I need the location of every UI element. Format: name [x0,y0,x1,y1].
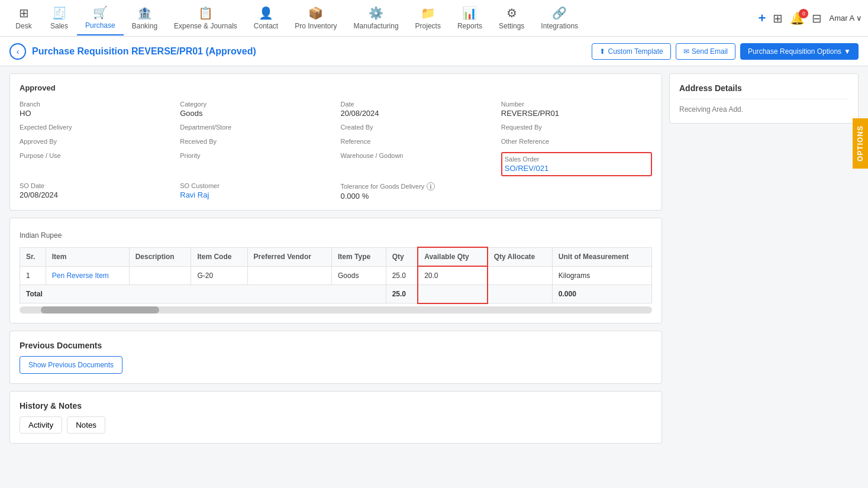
requested-by-label: Requested By [501,124,652,131]
manufacturing-icon: ⚙️ [369,6,383,20]
cell-item-type: Goods [332,266,386,285]
category-value: Goods [180,109,331,118]
topnav-right: + ⊞ 🔔 0 ⊟ Amar A ∨ [759,11,862,26]
address-card: Address Details Receiving Area Add. [669,73,859,124]
nav-settings[interactable]: ⚙ Settings [491,1,533,35]
custom-template-button[interactable]: ⬆ Custom Template [592,43,670,60]
purchase-icon: 🛒 [93,5,108,20]
form-grid: Branch HO Category Goods Date 20/08/2024… [20,101,652,201]
grid-button[interactable]: ⊞ [773,11,783,25]
total-extra: 0.000 [552,285,651,303]
table-header-row: Sr. Item Description Item Code Preferred… [20,247,652,266]
nav-contact[interactable]: 👤 Contact [246,1,286,35]
category-label: Category [180,101,331,108]
expected-delivery-label: Expected Delivery [20,124,170,131]
send-email-button[interactable]: ✉ Send Email [676,43,735,60]
nav-integrations[interactable]: 🔗 Integrations [533,1,586,35]
created-by-label: Created By [341,124,492,131]
history-btn-2[interactable]: Notes [67,416,105,434]
department-store-field: Department/Store [180,124,331,132]
subheader: ‹ Purchase Requisition REVERSE/PR01 (App… [0,37,868,66]
cell-sr: 1 [20,266,46,285]
cell-qty: 25.0 [386,266,418,285]
nav-desk[interactable]: ⊞ Desk [6,1,41,35]
topnav: ⊞ Desk 🧾 Sales 🛒 Purchase 🏦 Banking 📋 Ex… [0,0,868,37]
user-menu[interactable]: Amar A ∨ [829,14,862,22]
number-label: Number [501,101,652,108]
apps-button[interactable]: ⊟ [812,11,822,25]
subheader-actions: ⬆ Custom Template ✉ Send Email Purchase … [592,43,859,60]
nav-expense[interactable]: 📋 Expense & Journals [166,1,246,35]
reference-label: Reference [341,138,492,145]
table-container[interactable]: Sr. Item Description Item Code Preferred… [20,247,652,304]
banking-icon: 🏦 [137,6,152,20]
received-by-label: Received By [180,138,331,145]
cell-description [129,266,191,285]
warehouse-field: Warehouse / Godown [341,152,492,176]
sales-order-value[interactable]: SO/REV/021 [505,164,648,173]
cell-item-code: G-20 [191,266,247,285]
category-field: Category Goods [180,101,331,118]
number-field: Number REVERSE/PR01 [501,101,652,118]
address-divider [679,99,848,99]
nav-purchase[interactable]: 🛒 Purchase [77,1,124,35]
table-card: Indian Rupee Sr. Item Description Item C… [9,218,662,324]
approved-by-label: Approved By [20,138,170,145]
previous-docs-title: Previous Documents [20,341,652,350]
show-previous-docs-button[interactable]: Show Previous Documents [20,356,122,374]
col-qty: Qty [386,247,418,266]
branch-field: Branch HO [20,101,170,118]
nav-projects[interactable]: 📁 Projects [407,1,449,35]
purpose-field: Purpose / Use [20,152,170,176]
integrations-icon: 🔗 [552,6,567,20]
expected-delivery-field: Expected Delivery [20,124,170,132]
sales-icon: 🧾 [52,6,67,20]
left-panel: Approved Branch HO Category Goods Date 2… [9,73,662,481]
date-field: Date 20/08/2024 [341,101,492,118]
options-button[interactable]: Purchase Requisition Options ▼ [740,43,859,60]
nav-sales[interactable]: 🧾 Sales [41,1,77,35]
nav-manufacturing[interactable]: ⚙️ Manufacturing [346,1,407,35]
branch-value: HO [20,109,170,118]
other-reference-field: Other Reference [501,138,652,146]
table-row: 1 Pen Reverse Item G-20 Goods 25.0 20.0 … [20,266,652,285]
main-content: Approved Branch HO Category Goods Date 2… [0,66,868,488]
template-icon: ⬆ [599,47,605,56]
number-value: REVERSE/PR01 [501,109,652,118]
requested-by-field: Requested By [501,124,652,132]
page-title: Purchase Requisition REVERSE/PR01 (Appro… [32,46,586,57]
approved-by-field: Approved By [20,138,170,146]
options-tab[interactable]: OPTIONS [853,118,868,169]
col-description: Description [129,247,191,266]
back-button[interactable]: ‹ [9,43,26,60]
nav-banking[interactable]: 🏦 Banking [124,1,166,35]
add-button[interactable]: + [759,11,766,26]
col-item: Item [46,247,129,266]
table-scrollbar[interactable] [20,306,652,314]
contact-icon: 👤 [259,6,273,20]
total-available-qty [418,285,487,303]
status-badge: Approved [20,83,652,92]
col-preferred-vendor: Preferred Vendor [247,247,332,266]
col-item-type: Item Type [332,247,386,266]
notification-bell[interactable]: 🔔 0 [790,11,805,25]
so-date-value: 20/08/2024 [20,190,170,199]
warehouse-label: Warehouse / Godown [341,152,492,159]
col-available-qty: Available Qty [418,247,487,266]
sales-order-field: Sales Order SO/REV/021 [501,152,652,176]
received-by-field: Received By [180,138,331,146]
so-customer-label: SO Customer [180,182,331,189]
priority-field: Priority [180,152,331,176]
nav-reports[interactable]: 📊 Reports [449,1,491,35]
history-btn-1[interactable]: Activity [20,416,62,434]
so-customer-value[interactable]: Ravi Raj [180,190,331,199]
date-label: Date [341,101,492,108]
total-qty: 25.0 [386,285,418,303]
col-item-code: Item Code [191,247,247,266]
total-qty-allocate [488,285,553,303]
col-unit: Unit of Measurement [552,247,651,266]
col-sr: Sr. [20,247,46,266]
nav-pro-inventory[interactable]: 📦 Pro Inventory [286,1,345,35]
cell-item: Pen Reverse Item [46,266,129,285]
items-table: Sr. Item Description Item Code Preferred… [20,247,652,304]
